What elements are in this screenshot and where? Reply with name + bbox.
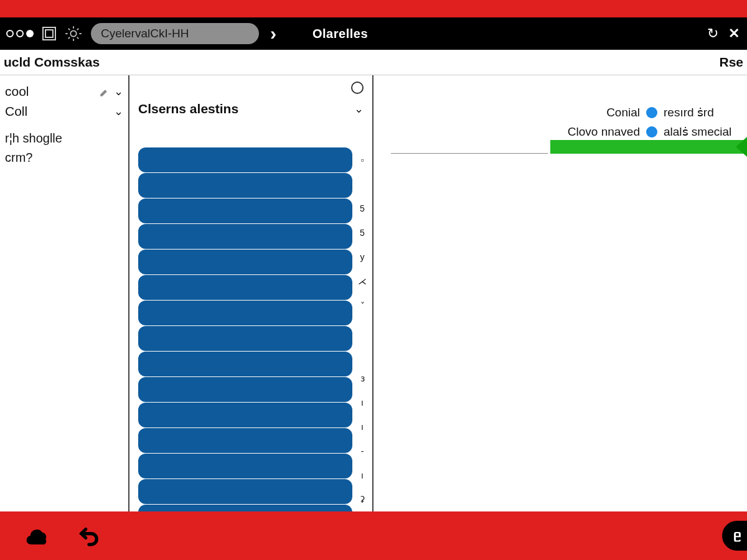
window-dots[interactable]: [6, 30, 34, 37]
pill-label: ᥱ: [733, 526, 742, 546]
chevron-down-icon[interactable]: ⌄: [354, 102, 364, 116]
scroll-mark: ı: [356, 414, 369, 439]
tab-title: Olarelles: [312, 27, 368, 41]
list-item[interactable]: [138, 377, 352, 402]
sidebar-item-label: cool: [5, 84, 29, 99]
scroll-mark: ɜ: [356, 366, 369, 390]
sidebar: cool ⌄ Coll ⌄ r¦h shoglle crm?: [0, 75, 129, 511]
list-item[interactable]: [138, 403, 352, 427]
status-row: Clovo nnaved alalṡ smecial: [568, 122, 732, 141]
status-block: Conial resırd ṡrd Clovo nnaved alalṡ sme…: [568, 103, 732, 141]
status-value: alalṡ smecial: [664, 124, 732, 139]
app-frame: CyelervalCkI-HH › Olarelles ↻ ✕ ucld Com…: [0, 0, 747, 560]
forward-icon[interactable]: ›: [268, 23, 279, 44]
sub-header: ucld Comsskas Rse: [0, 50, 747, 75]
scroll-mark: [356, 317, 369, 342]
toolbar: CyelervalCkI-HH › Olarelles ↻ ✕: [0, 17, 747, 50]
cloud-icon[interactable]: [25, 523, 51, 549]
undo-icon[interactable]: [76, 523, 102, 549]
list-item[interactable]: [138, 198, 352, 223]
mid-heading: Clserns alestins: [138, 101, 238, 116]
list-item[interactable]: [138, 275, 352, 300]
svg-point-0: [70, 30, 76, 36]
scroll-track[interactable]: ▫ 5 5 y ⋌ ˅ ɜ ı ı - ı ʡ: [356, 147, 369, 511]
sidebar-item-coll[interactable]: Coll ⌄: [5, 101, 123, 121]
blue-list[interactable]: [138, 147, 352, 511]
scroll-mark: ⋌: [356, 269, 369, 293]
sidebar-item-shoglle[interactable]: r¦h shoglle: [5, 129, 123, 148]
scroll-mark: ˅: [356, 293, 369, 317]
list-item[interactable]: [138, 250, 352, 274]
scroll-mark: 5: [356, 196, 369, 220]
scroll-mark: y: [356, 245, 369, 269]
circle-icon[interactable]: [351, 82, 364, 94]
bottom-pill-button[interactable]: ᥱ: [722, 521, 747, 551]
close-icon[interactable]: ✕: [728, 26, 740, 42]
scroll-mark: [356, 342, 369, 366]
progress-bar: [550, 140, 747, 154]
bottom-bar: ᥱ: [0, 511, 747, 560]
dot-icon: [16, 30, 24, 37]
settings-icon[interactable]: [65, 25, 82, 42]
status-dot-icon: [646, 107, 657, 118]
refresh-icon[interactable]: ↻: [707, 26, 718, 42]
right-column: Conial resırd ṡrd Clovo nnaved alalṡ sme…: [374, 75, 747, 511]
caret-left-icon: [736, 137, 747, 157]
list-item[interactable]: [138, 173, 352, 198]
list-item[interactable]: [138, 505, 352, 511]
scroll-mark: ı: [356, 463, 369, 487]
list-item[interactable]: [138, 224, 352, 249]
address-bar[interactable]: CyelervalCkI-HH: [91, 23, 259, 44]
scroll-mark: ʡ: [356, 487, 369, 511]
subheader-right: Rse: [719, 55, 743, 70]
dot-icon: [26, 30, 34, 37]
chevron-down-icon: ⌄: [114, 85, 123, 98]
sidebar-item-cool[interactable]: cool ⌄: [5, 82, 123, 101]
scroll-mark: [356, 172, 369, 196]
status-label: Conial: [606, 106, 640, 119]
list-item[interactable]: [138, 352, 352, 376]
middle-column: Clserns alestins ⌄ ▫: [129, 75, 374, 511]
subheader-left: ucld Comsskas: [4, 55, 100, 70]
status-label: Clovo nnaved: [568, 125, 640, 139]
status-value: resırd ṡrd: [664, 105, 732, 119]
divider: [391, 153, 548, 154]
sidebar-item-label: Coll: [5, 104, 27, 119]
sidebar-item-crm[interactable]: crm?: [5, 148, 123, 167]
list-item[interactable]: [138, 326, 352, 351]
layout-icon[interactable]: [42, 27, 56, 40]
dot-icon: [6, 30, 14, 37]
status-row: Conial resırd ṡrd: [568, 103, 732, 122]
scroll-mark: ı: [356, 390, 369, 414]
pencil-icon: [99, 86, 110, 97]
list-item[interactable]: [138, 428, 352, 453]
status-dot-icon: [646, 126, 657, 138]
scroll-mark: -: [356, 439, 369, 463]
list-item[interactable]: [138, 301, 352, 325]
list-item[interactable]: [138, 479, 352, 504]
scroll-mark: 5: [356, 220, 369, 245]
scroll-mark: ▫: [356, 147, 369, 172]
list-item[interactable]: [138, 454, 352, 478]
chevron-down-icon: ⌄: [114, 105, 123, 118]
list-item[interactable]: [138, 147, 352, 172]
main-area: cool ⌄ Coll ⌄ r¦h shoglle crm? C: [0, 75, 747, 511]
address-bar-text: CyelervalCkI-HH: [101, 27, 189, 40]
